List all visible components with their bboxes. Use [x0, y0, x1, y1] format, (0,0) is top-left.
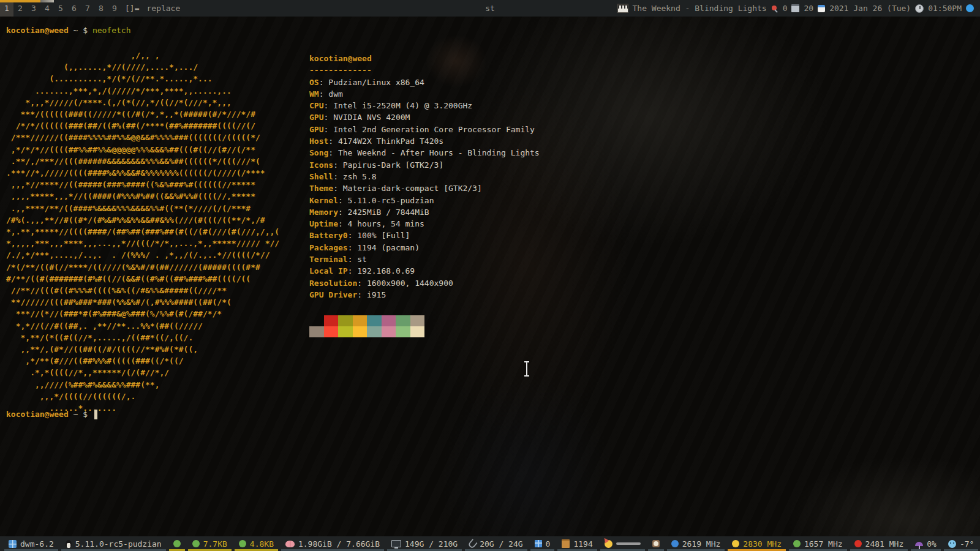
workspace-tag-1[interactable]: 1 — [0, 0, 13, 17]
text-cursor — [94, 410, 97, 419]
workspace-tag-4[interactable]: 4 — [40, 0, 54, 17]
desktop: { "topbar": { "tags": [ {"label": "1", "… — [0, 0, 980, 551]
module-value: -7° — [960, 539, 974, 549]
palette-block — [410, 326, 425, 337]
neofetch-entry: Theme: Materia-dark-compact [GTK2/3] — [309, 182, 540, 194]
palette-block — [338, 326, 353, 337]
module-value: 1.98GiB / 7.66GiB — [298, 539, 380, 549]
bottom-status-bar: dwm-6.25.11.0-rc5-pudzian7.7KB4.8KB1.98G… — [0, 536, 980, 551]
neofetch-info: kocotian@weed ------------- OS: Pudzian/… — [309, 53, 540, 301]
workspace-tag-9[interactable]: 9 — [108, 0, 121, 17]
module-disk-home: 20G / 24G — [464, 536, 527, 551]
palette-block — [410, 315, 425, 326]
tag-indicator — [13, 0, 27, 2]
tag-label: 3 — [31, 4, 36, 13]
icon-dot-green — [173, 540, 181, 547]
neofetch-label: Song — [309, 148, 328, 157]
neofetch-value: : 5.11.0-rc5-pudzian — [338, 196, 434, 205]
neofetch-label: Local IP — [309, 266, 348, 276]
neofetch-label: Icons — [309, 160, 333, 170]
layout-symbol[interactable]: []= — [125, 4, 139, 13]
neofetch-entry: Host: 4174W2X ThinkPad T420s — [309, 135, 540, 147]
module-value: 5.11.0-rc5-pudzian — [75, 539, 162, 549]
module-cpu3-freq: 2481 MHz — [850, 536, 909, 551]
neofetch-entry: Icons: Papirus-Dark [GTK2/3] — [309, 159, 540, 171]
icon-dot-blue — [671, 540, 679, 547]
icon-penguin — [66, 540, 72, 548]
module-value: 4.8KB — [250, 539, 274, 549]
module-net-up: 4.8KB — [234, 536, 279, 551]
neofetch-entry: Battery0: 100% [Full] — [309, 230, 540, 241]
tag-label: 2 — [18, 4, 23, 13]
topbar-status: The Weeknd - Blinding Lights 0 20 2021 J… — [617, 4, 980, 13]
neofetch-entry: Terminal: st — [309, 253, 540, 265]
neofetch-entry: OS: Pudzian/Linux x86_64 — [309, 77, 540, 88]
workspace-tag-2[interactable]: 2 — [13, 0, 27, 17]
icon-winblue — [9, 540, 17, 548]
module-rain-chance: 0% — [910, 536, 941, 551]
tag-label: 9 — [112, 4, 117, 13]
tag-label: 1 — [4, 4, 9, 13]
palette-block — [382, 326, 396, 337]
palette-block — [353, 315, 368, 326]
neofetch-label: Uptime — [309, 219, 338, 228]
module-value: 2619 MHz — [682, 539, 721, 549]
tag-indicator — [27, 0, 40, 2]
neofetch-value: : Papirus-Dark [GTK2/3] — [333, 160, 443, 170]
workspace-tag-8[interactable]: 8 — [94, 0, 108, 17]
icon-box — [562, 539, 570, 548]
neofetch-entry: Shell: zsh 5.8 — [309, 171, 540, 182]
module-disk-root: 149G / 210G — [386, 536, 462, 551]
palette-block — [338, 315, 353, 326]
pin-count: 0 — [783, 4, 788, 13]
workspace-tag-3[interactable]: 3 — [27, 0, 40, 17]
workspace-tag-5[interactable]: 5 — [54, 0, 67, 17]
palette-block — [396, 326, 410, 337]
icon-party — [605, 540, 612, 548]
icon-dot-green — [192, 540, 200, 547]
mouse-ibeam-cursor — [524, 361, 530, 377]
neofetch-value: : 1194 (pacman) — [348, 243, 420, 252]
icon-umbrella — [915, 542, 923, 546]
neofetch-label: Kernel — [309, 196, 338, 205]
tag-label: 7 — [85, 4, 90, 13]
workspace-tag-7[interactable]: 7 — [81, 0, 94, 17]
neofetch-value: : NVIDIA NVS 4200M — [323, 113, 410, 122]
module-value: 1194 — [573, 539, 592, 549]
neofetch-entries: OS: Pudzian/Linux x86_64WM: dwmCPU: Inte… — [309, 77, 540, 301]
color-palette — [309, 315, 424, 337]
neofetch-entry: CPU: Intel i5-2520M (4) @ 3.200GHz — [309, 100, 540, 111]
neofetch-value: : The Weeknd - After Hours - Blinding Li… — [328, 148, 539, 157]
prompt-symbol: ~ $ — [69, 24, 92, 36]
workspace-tag-6[interactable]: 6 — [67, 0, 81, 17]
module-net-status — [168, 536, 186, 551]
palette-block — [324, 315, 339, 326]
neofetch-value: : dwm — [319, 89, 343, 99]
status-modules: dwm-6.25.11.0-rc5-pudzian7.7KB4.8KB1.98G… — [4, 536, 980, 551]
prompt-line-1: kocotian@weed ~ $ neofetch — [6, 24, 131, 36]
tag-label: 4 — [45, 4, 50, 13]
ascii-art: ,/,, , (,,.....,*//(////,....*,.../ (...… — [6, 50, 279, 414]
neofetch-value: : 100% [Full] — [348, 231, 410, 240]
prompt-line-2[interactable]: kocotian@weed ~ $ — [6, 408, 97, 420]
command-text: neofetch — [92, 24, 131, 36]
neofetch-value: : st — [348, 255, 367, 264]
palette-block — [353, 326, 368, 337]
module-value: 2481 MHz — [865, 539, 904, 549]
icon-clip — [467, 538, 478, 549]
neofetch-label: Theme — [309, 184, 333, 193]
neofetch-entry: Local IP: 192.168.0.69 — [309, 265, 540, 277]
module-dwm-version: dwm-6.2 — [4, 536, 59, 551]
workspace-tags: 123456789 — [0, 0, 121, 17]
neofetch-label: Terminal — [309, 255, 348, 264]
neofetch-entry: Resolution: 1600x900, 1440x900 — [309, 277, 540, 289]
neofetch-entry: Packages: 1194 (pacman) — [309, 242, 540, 253]
prompt-symbol: ~ $ — [69, 408, 92, 420]
neofetch-label: Packages — [309, 243, 348, 252]
terminal-window[interactable]: kocotian@weed ~ $ neofetch ,/,, , (,,...… — [0, 17, 980, 536]
now-playing-text: The Weeknd - Blinding Lights — [633, 4, 767, 13]
neofetch-value: : 4 hours, 54 mins — [338, 219, 424, 228]
module-watch — [647, 536, 665, 551]
icon-gift — [535, 540, 542, 547]
tag-indicator — [0, 0, 13, 2]
